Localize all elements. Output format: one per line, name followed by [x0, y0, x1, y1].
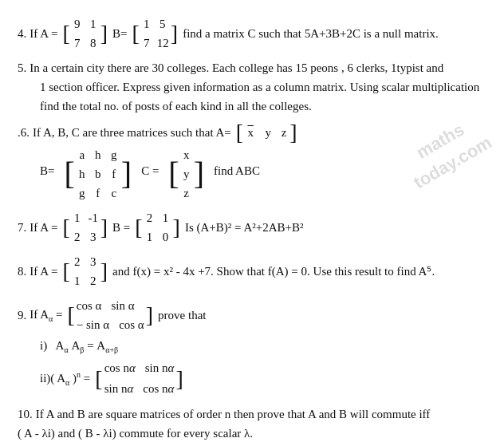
problem-4-rest: find a matrix C such that 5A+3B+2C is a …	[183, 24, 439, 43]
problem-4-text: If A =	[30, 24, 57, 43]
problem-7-rest: Is (A+B)² = A²+2AB+B²	[185, 218, 304, 237]
problem-4: 4. If A = [ 91 78 ] B= [ 15 712 ] find a…	[18, 14, 486, 53]
problem-9: 9. If Aα = [ cos αsin α − sin αcos α ] p…	[18, 296, 486, 399]
problem-6-matrixA: [ xyz ]	[236, 121, 297, 144]
problem-4-matrix-a: [ 91 78 ]	[62, 14, 108, 53]
problem-9-number: 9.	[18, 306, 26, 325]
problem-8-number: 8.	[18, 262, 26, 281]
problem-10-number: 10.	[18, 405, 33, 424]
problem-7-number: 7.	[18, 218, 26, 237]
problem-9-sub-i: i) Aα Aβ = Aα+β	[40, 336, 486, 357]
problem-7-matrixA: [ 1-1 23 ]	[62, 208, 108, 247]
problem-9-matrixA: [ cos αsin α − sin αcos α ]	[67, 296, 153, 334]
problem-7-text: If A =	[30, 218, 57, 237]
problem-4-between: B=	[112, 24, 127, 43]
problem-5-line2: 1 section officer. Express given informa…	[18, 77, 486, 97]
problem-10-line2: ( A - λi) and ( B - λi) commute for ever…	[18, 424, 486, 442]
problem-6-bc-section: B= [ ahg hbf gfc ] C = [ x y z ]	[40, 145, 486, 203]
problem-7: 7. If A = [ 1-1 23 ] B = [ 21 10 ] Is (A…	[18, 208, 486, 247]
problem-9-text: If Aα =	[30, 305, 62, 326]
problem-5-line1: In a certain city there are 30 colleges.…	[30, 58, 443, 77]
page: maths today.com 4. If A = [ 91 78 ] B= […	[0, 0, 504, 442]
problem-6-matrixC: [ x y z ]	[168, 145, 204, 203]
problem-6-text: If A, B, C are three matrices such that …	[33, 123, 231, 142]
problem-8: 8. If A = [ 23 12 ] and f(x) = x² - 4x +…	[18, 252, 486, 290]
problem-5-number: 5.	[18, 58, 26, 77]
problem-10: 10. If A and B are square matrices of or…	[18, 405, 486, 442]
problem-4-matrix-b: [ 15 712 ]	[132, 14, 179, 53]
problem-7-between: B =	[112, 218, 130, 237]
problem-6: .6. If A, B, C are three matrices such t…	[18, 121, 486, 203]
problem-9-sub-ii: ii)( Aα )n = [ cos nαsin nα sin nαcos nα…	[40, 358, 486, 399]
problem-8-rest: and f(x) = x² - 4x +7. Show that f(A) = …	[112, 262, 435, 281]
problem-7-matrixB: [ 21 10 ]	[135, 208, 180, 247]
problem-9-matrix-ii: [ cos nαsin nα sin nαcos nα ]	[95, 358, 183, 399]
problem-5: 5. In a certain city there are 30 colleg…	[18, 58, 486, 116]
problem-4-number: 4.	[18, 24, 26, 43]
problem-6-matrixB: [ ahg hbf gfc ]	[64, 145, 132, 203]
problem-8-text: If A =	[30, 262, 57, 281]
problem-6-number: .6.	[18, 123, 30, 142]
problem-9-rest: prove that	[158, 306, 206, 325]
problem-10-text: If A and B are square matrices of order …	[36, 405, 431, 424]
problem-5-line3: find the total no. of posts of each kind…	[18, 97, 486, 116]
problem-8-matrixA: [ 23 12 ]	[62, 252, 108, 290]
